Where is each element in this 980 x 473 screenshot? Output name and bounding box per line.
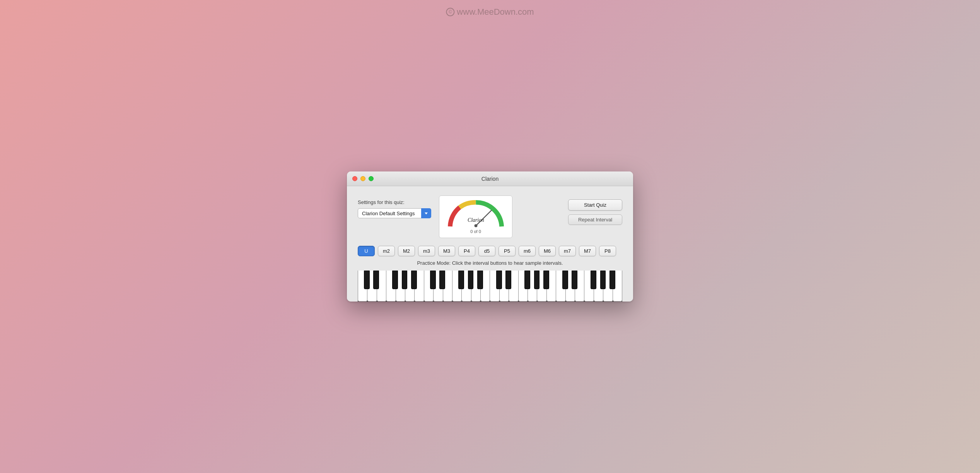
black-key-2-0[interactable] [496,271,502,289]
black-key-2-1[interactable] [505,271,511,289]
black-key-2-3[interactable] [534,271,540,289]
black-key-3-2[interactable] [591,271,596,289]
interval-btn-m6[interactable]: M6 [539,246,556,256]
titlebar: Clarion [347,171,633,186]
piano-keyboard[interactable] [358,271,622,302]
app-window: Clarion Settings for this quiz: Clarion … [347,171,633,302]
interval-btn-m2[interactable]: m2 [378,246,395,256]
black-key-3-4[interactable] [610,271,615,289]
black-key-0-2[interactable] [392,271,398,289]
black-key-1-1[interactable] [439,271,445,289]
gauge-title-text: Clarion [468,217,484,223]
main-content: Settings for this quiz: Clarion Default … [347,186,633,302]
interval-btn-m6[interactable]: m6 [519,246,536,256]
black-key-3-3[interactable] [600,271,606,289]
black-key-1-4[interactable] [477,271,483,289]
black-key-0-3[interactable] [402,271,408,289]
interval-btn-m2[interactable]: M2 [398,246,415,256]
black-key-0-1[interactable] [373,271,379,289]
black-key-0-4[interactable] [411,271,417,289]
close-button[interactable] [352,176,357,181]
interval-btn-m7[interactable]: M7 [579,246,596,256]
settings-dropdown[interactable]: Clarion Default Settings [358,208,431,218]
interval-btn-d5[interactable]: d5 [478,246,495,256]
piano-keys-wrapper [358,271,622,302]
minimize-button[interactable] [360,176,365,181]
top-row: Settings for this quiz: Clarion Default … [358,195,622,238]
interval-btn-m3[interactable]: m3 [418,246,435,256]
interval-btn-p5[interactable]: P5 [499,246,516,256]
settings-label: Settings for this quiz: [358,199,431,205]
interval-btn-m3[interactable]: M3 [438,246,455,256]
black-key-3-0[interactable] [562,271,568,289]
maximize-button[interactable] [369,176,374,181]
black-key-3-1[interactable] [572,271,577,289]
buttons-panel: Start Quiz Repeat Interval [568,195,622,225]
start-quiz-button[interactable]: Start Quiz [568,199,622,211]
black-key-0-0[interactable] [364,271,370,289]
gauge-display: Clarion 0 of 0 [439,195,512,238]
interval-btn-p8[interactable]: P8 [599,246,616,256]
watermark: © www.MeeDown.com [446,7,534,17]
watermark-icon: © [446,8,454,16]
black-key-1-0[interactable] [430,271,436,289]
interval-btn-m7[interactable]: m7 [559,246,576,256]
traffic-lights [352,176,374,181]
black-key-2-4[interactable] [543,271,549,289]
svg-point-1 [474,224,477,227]
practice-mode-text: Practice Mode: Click the interval button… [358,260,622,266]
black-key-2-2[interactable] [524,271,530,289]
interval-btn-u[interactable]: U [358,246,375,256]
window-title: Clarion [481,176,499,182]
black-key-1-3[interactable] [468,271,474,289]
settings-panel: Settings for this quiz: Clarion Default … [358,195,431,218]
gauge-svg: Clarion [446,200,506,228]
settings-select-wrapper: Clarion Default Settings [358,208,431,218]
gauge-score: 0 of 0 [470,229,481,234]
interval-btn-p4[interactable]: P4 [458,246,475,256]
interval-buttons-row: Um2M2m3M3P4d5P5m6M6m7M7P8 [358,246,622,256]
repeat-interval-button[interactable]: Repeat Interval [568,214,622,225]
black-key-1-2[interactable] [458,271,464,289]
